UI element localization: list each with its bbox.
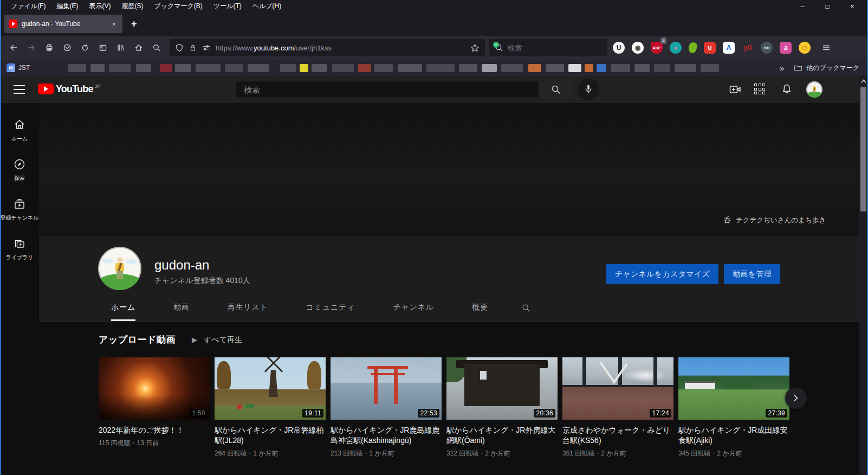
play-all-button[interactable]: ▶ すべて再生 bbox=[192, 335, 242, 345]
adblock-plus-icon[interactable]: ABP4 bbox=[651, 42, 663, 54]
bookmarks-overflow-icon[interactable]: » bbox=[780, 63, 784, 73]
account-avatar[interactable] bbox=[806, 81, 822, 98]
menu-help[interactable]: ヘルプ(H) bbox=[247, 0, 287, 12]
shield-u-icon[interactable]: ∪ bbox=[704, 42, 716, 54]
video-title[interactable]: 駅からハイキング・JR成田線安食駅(Ajiki) bbox=[678, 425, 789, 446]
back-icon[interactable] bbox=[4, 40, 22, 56]
pocket-icon[interactable] bbox=[58, 40, 76, 56]
reload-icon[interactable] bbox=[76, 40, 94, 56]
guide-menu-icon[interactable] bbox=[14, 85, 25, 97]
channel-search-icon[interactable] bbox=[521, 295, 532, 321]
video-thumbnail[interactable]: 17:24 bbox=[562, 357, 673, 420]
tab-playlists[interactable]: 再生リスト bbox=[228, 295, 268, 321]
create-video-button[interactable] bbox=[729, 83, 742, 96]
menu-view[interactable]: 表示(V) bbox=[83, 0, 116, 12]
youtube-search-box[interactable] bbox=[236, 81, 539, 98]
video-thumbnail[interactable]: 22:53 bbox=[331, 357, 442, 420]
permissions-icon[interactable] bbox=[202, 43, 211, 52]
lock-icon[interactable] bbox=[189, 43, 197, 52]
home-icon[interactable] bbox=[129, 40, 147, 56]
tab-about[interactable]: 概要 bbox=[472, 295, 488, 321]
sidebar-toggle-icon[interactable] bbox=[94, 40, 112, 56]
url-text[interactable]: https://www.youtube.com/user/jh1kss bbox=[216, 44, 465, 52]
url-bar[interactable]: https://www.youtube.com/user/jh1kss bbox=[170, 39, 485, 56]
channel-actions: チャンネルをカスタマイズ 動画を管理 bbox=[606, 264, 780, 284]
tab-home[interactable]: ホーム bbox=[111, 295, 135, 321]
firefox-search-input[interactable] bbox=[508, 44, 589, 52]
sidebar-item-home[interactable]: ホーム bbox=[0, 111, 39, 150]
video-title[interactable]: 駅からハイキング・JR常磐線柏駅(JL28) bbox=[215, 425, 326, 446]
toolbar-search-icon[interactable] bbox=[147, 40, 165, 56]
app-menu-icon[interactable] bbox=[817, 40, 835, 56]
camera-extension-icon[interactable]: ◉ bbox=[632, 42, 644, 54]
menu-tools[interactable]: ツール(T) bbox=[208, 0, 247, 12]
menu-history[interactable]: 履歴(S) bbox=[116, 0, 148, 12]
video-title[interactable]: 京成さわやかウォーク・みどり台駅(KS56) bbox=[562, 425, 673, 446]
tracking-shield-icon[interactable] bbox=[175, 43, 184, 52]
yd-icon[interactable]: yD bbox=[742, 42, 754, 54]
redacted-bookmark bbox=[196, 64, 221, 72]
microphone-icon bbox=[582, 84, 594, 95]
forward-icon[interactable] bbox=[22, 40, 40, 56]
minimize-button[interactable]: – bbox=[790, 0, 815, 13]
youtube-logo[interactable]: YouTube JP bbox=[38, 84, 100, 94]
menu-file[interactable]: ファイル(F) bbox=[5, 0, 51, 12]
video-card[interactable]: 1:50 2022年新年のご挨拶！！ 115 回視聴・13 日前 bbox=[99, 357, 210, 458]
mask-icon[interactable]: oo bbox=[761, 42, 773, 54]
video-card[interactable]: 22:53 駅からハイキング・JR鹿島線鹿島神宮駅(Kashimajingū) … bbox=[331, 357, 442, 458]
menu-edit[interactable]: 編集(E) bbox=[51, 0, 83, 12]
customize-channel-button[interactable]: チャンネルをカスタマイズ bbox=[606, 264, 719, 284]
other-bookmarks-button[interactable]: 他のブックマーク bbox=[794, 63, 859, 73]
menu-bookmarks[interactable]: ブックマーク(B) bbox=[148, 0, 208, 12]
print-icon[interactable] bbox=[40, 40, 58, 56]
tab-community[interactable]: コミュニティ bbox=[306, 295, 355, 321]
tab-close-icon[interactable]: × bbox=[109, 20, 118, 28]
redacted-bookmark bbox=[568, 64, 581, 72]
translate-icon[interactable]: A bbox=[723, 42, 735, 54]
video-meta: 312 回視聴・2 か月前 bbox=[446, 449, 558, 458]
sidebar-item-library[interactable]: ライブラリ bbox=[0, 229, 39, 269]
new-tab-button[interactable]: + bbox=[131, 18, 137, 30]
close-button[interactable]: × bbox=[840, 0, 865, 13]
video-thumbnail[interactable]: 20:36 bbox=[446, 357, 558, 420]
search-engine-icon[interactable]: + bbox=[494, 43, 504, 53]
sidebar-item-subscriptions[interactable]: 登録チャンネル bbox=[0, 190, 39, 229]
leaf-extension-icon[interactable] bbox=[688, 42, 697, 54]
video-duration: 27:39 bbox=[766, 409, 787, 418]
redacted-bookmark bbox=[175, 64, 191, 72]
bookmark-jst[interactable]: M JST bbox=[7, 63, 30, 72]
video-title[interactable]: 2022年新年のご挨拶！！ bbox=[99, 425, 210, 435]
voice-search-button[interactable] bbox=[578, 79, 599, 100]
video-card[interactable]: 19:11 駅からハイキング・JR常磐線柏駅(JL28) 264 回視聴・1 か… bbox=[215, 357, 326, 458]
manage-videos-button[interactable]: 動画を管理 bbox=[724, 264, 780, 284]
channel-avatar[interactable] bbox=[98, 247, 141, 290]
video-thumbnail[interactable]: 27:39 bbox=[678, 357, 789, 420]
video-title[interactable]: 駅からハイキング・JR鹿島線鹿島神宮駅(Kashimajingū) bbox=[331, 425, 442, 446]
youtube-apps-icon[interactable] bbox=[754, 83, 767, 96]
video-thumbnail[interactable]: 19:11 bbox=[215, 357, 326, 420]
video-card[interactable]: 20:36 駅からハイキング・JR外房線大網駅(Ōami) 312 回視聴・2 … bbox=[446, 357, 558, 458]
youtube-page: YouTube JP ホーム bbox=[0, 76, 868, 475]
scroll-up-icon[interactable] bbox=[860, 78, 867, 85]
carousel-next-button[interactable] bbox=[785, 387, 807, 409]
video-card[interactable]: 17:24 京成さわやかウォーク・みどり台駅(KS56) 351 回視聴・2 か… bbox=[562, 357, 673, 458]
notifications-bell-icon[interactable] bbox=[780, 83, 793, 96]
browser-tab-active[interactable]: gudon-an - YouTube × bbox=[4, 15, 122, 33]
bookmark-star-icon[interactable] bbox=[470, 43, 480, 53]
password-lock-icon[interactable]: ● bbox=[670, 42, 682, 54]
tab-channels[interactable]: チャンネル bbox=[393, 295, 434, 321]
youtube-search-input[interactable] bbox=[244, 85, 531, 94]
a-extension-icon[interactable]: a bbox=[780, 42, 792, 54]
video-thumbnail[interactable]: 1:50 bbox=[99, 357, 210, 420]
maximize-button[interactable]: □ bbox=[815, 0, 840, 13]
video-title[interactable]: 駅からハイキング・JR外房線大網駅(Ōami) bbox=[446, 425, 558, 446]
emoji-extension-icon[interactable]: ☺ bbox=[799, 42, 811, 54]
ublacklist-icon[interactable]: U bbox=[613, 42, 625, 54]
sidebar-item-explore[interactable]: 探索 bbox=[0, 150, 39, 190]
library-icon[interactable] bbox=[112, 40, 129, 56]
firefox-search-bar[interactable]: + bbox=[489, 39, 607, 56]
video-card[interactable]: 27:39 駅からハイキング・JR成田線安食駅(Ajiki) 345 回視聴・2… bbox=[678, 357, 789, 458]
tab-videos[interactable]: 動画 bbox=[173, 295, 190, 321]
scrollbar-thumb[interactable] bbox=[860, 87, 866, 211]
youtube-search-button[interactable] bbox=[539, 81, 573, 98]
